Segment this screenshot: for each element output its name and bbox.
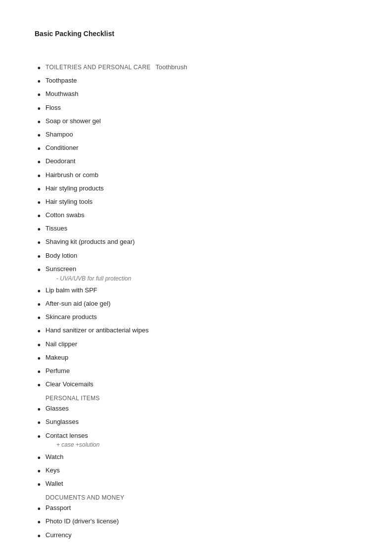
item-mouthwash: Mouthwash: [45, 89, 357, 99]
bullet-icon: •: [35, 210, 44, 223]
bullet-icon: •: [35, 89, 44, 101]
list-item: • Glasses: [35, 404, 357, 416]
toiletries-section: • TOILETRIES AND PERSONAL CARE Toothbrus…: [35, 62, 357, 392]
bullet-icon: •: [35, 143, 44, 155]
list-item: • Soap or shower gel: [35, 116, 357, 129]
list-item: • Contact lenses + case +solution: [35, 431, 357, 451]
item-body-lotion: Body lotion: [45, 251, 357, 261]
list-item: • Hand sanitizer or antibacterial wipes: [35, 325, 357, 338]
bullet-icon: •: [35, 503, 44, 515]
list-item: • Skincare products: [35, 312, 357, 324]
bullet-icon: •: [35, 197, 44, 209]
bullet-icon: •: [35, 156, 44, 169]
list-item: • Sunscreen - UVA/UVB for full protectio…: [35, 264, 357, 284]
bullet-icon: •: [35, 325, 44, 338]
list-item: • Body lotion: [35, 251, 357, 263]
list-item: • Currency: [35, 530, 357, 543]
bullet-icon: •: [35, 404, 44, 416]
bullet-icon: •: [35, 251, 44, 263]
list-item: • TOILETRIES AND PERSONAL CARE Toothbrus…: [35, 62, 357, 75]
bullet-icon: •: [35, 170, 44, 183]
bullet-icon: •: [35, 479, 44, 491]
list-item: • Makeup: [35, 353, 357, 365]
bullet-icon: •: [35, 353, 44, 365]
list-item: • Sunglasses: [35, 417, 357, 429]
item-hair-styling-tools: Hair styling tools: [45, 197, 357, 207]
bullet-icon: •: [35, 299, 44, 311]
inline-toothbrush: Toothbrush: [155, 63, 187, 71]
list-item: • Passport: [35, 503, 357, 515]
item-sunglasses: Sunglasses: [45, 417, 357, 427]
page-title: Basic Packing Checklist: [35, 30, 357, 38]
contact-lenses-note: + case +solution: [45, 440, 357, 450]
bullet-icon: •: [35, 312, 44, 324]
bullet-icon: •: [35, 465, 44, 478]
list-item: • Clear Voicemails: [35, 379, 357, 392]
item-contact-lenses: Contact lenses: [45, 432, 88, 439]
item-shampoo: Shampoo: [45, 130, 357, 140]
list-item: • Nail clipper: [35, 339, 357, 352]
bullet-icon: •: [35, 237, 44, 249]
bullet-icon: •: [35, 417, 44, 429]
item-toothpaste: Toothpaste: [45, 76, 357, 86]
bullet-icon: •: [35, 130, 44, 142]
list-item: • Hairbrush or comb: [35, 170, 357, 183]
list-item: • Keys: [35, 465, 357, 478]
list-item: • Hair styling tools: [35, 197, 357, 209]
bullet-icon: •: [35, 516, 44, 529]
bullet-icon: •: [35, 224, 44, 236]
bullet-icon: •: [35, 379, 44, 392]
personal-items-section: • Glasses • Sunglasses • Contact lenses …: [35, 404, 357, 491]
item-perfume: Perfume: [45, 366, 357, 376]
bullet-icon: •: [35, 76, 44, 88]
checklist-container: • TOILETRIES AND PERSONAL CARE Toothbrus…: [35, 62, 357, 543]
list-item: • Toothpaste: [35, 76, 357, 88]
list-item: • Cotton swabs: [35, 210, 357, 223]
item-passport: Passport: [45, 503, 357, 513]
list-item: • After-sun aid (aloe gel): [35, 299, 357, 311]
bullet-icon: •: [35, 264, 44, 277]
item-nail-clipper: Nail clipper: [45, 339, 357, 350]
item-soap: Soap or shower gel: [45, 116, 357, 127]
bullet-icon: •: [35, 339, 44, 352]
item-clear-voicemails: Clear Voicemails: [45, 379, 357, 390]
bullet-icon: •: [35, 431, 44, 443]
item-floss: Floss: [45, 103, 357, 113]
item-hand-sanitizer: Hand sanitizer or antibacterial wipes: [45, 325, 357, 336]
list-item: • Perfume: [35, 366, 357, 378]
bullet-icon: •: [35, 62, 44, 75]
item-deodorant: Deodorant: [45, 156, 357, 167]
list-item: • Conditioner: [35, 143, 357, 155]
item-makeup: Makeup: [45, 353, 357, 363]
list-item: • Lip balm with SPF: [35, 285, 357, 298]
list-item: • Mouthwash: [35, 89, 357, 101]
bullet-icon: •: [35, 285, 44, 298]
item-hairbrush: Hairbrush or comb: [45, 170, 357, 181]
item-watch: Watch: [45, 452, 357, 462]
item-sunscreen: Sunscreen: [45, 265, 76, 273]
bullet-icon: •: [35, 530, 44, 543]
list-item: • Deodorant: [35, 156, 357, 169]
bullet-icon: •: [35, 452, 44, 464]
item-cotton-swabs: Cotton swabs: [45, 210, 357, 221]
list-item: • Floss: [35, 103, 357, 115]
item-hair-styling-products: Hair styling products: [45, 184, 357, 194]
item-currency: Currency: [45, 530, 357, 541]
item-after-sun: After-sun aid (aloe gel): [45, 299, 357, 309]
section-header-documents: DOCUMENTS AND MONEY: [35, 494, 357, 501]
list-item: • Tissues: [35, 224, 357, 236]
item-wallet: Wallet: [45, 479, 357, 489]
item-tissues: Tissues: [45, 224, 357, 234]
bullet-icon: •: [35, 116, 44, 129]
sunscreen-note: - UVA/UVB for full protection: [45, 274, 357, 283]
list-item: • Hair styling products: [35, 184, 357, 196]
item-shaving-kit: Shaving kit (products and gear): [45, 237, 357, 247]
list-item: • Shampoo: [35, 130, 357, 142]
item-keys: Keys: [45, 465, 357, 476]
bullet-icon: •: [35, 103, 44, 115]
documents-section: • Passport • Photo ID (driver's license)…: [35, 503, 357, 543]
item-lip-balm: Lip balm with SPF: [45, 285, 357, 296]
list-item: • Shaving kit (products and gear): [35, 237, 357, 249]
list-item: • Photo ID (driver's license): [35, 516, 357, 529]
item-glasses: Glasses: [45, 404, 357, 414]
